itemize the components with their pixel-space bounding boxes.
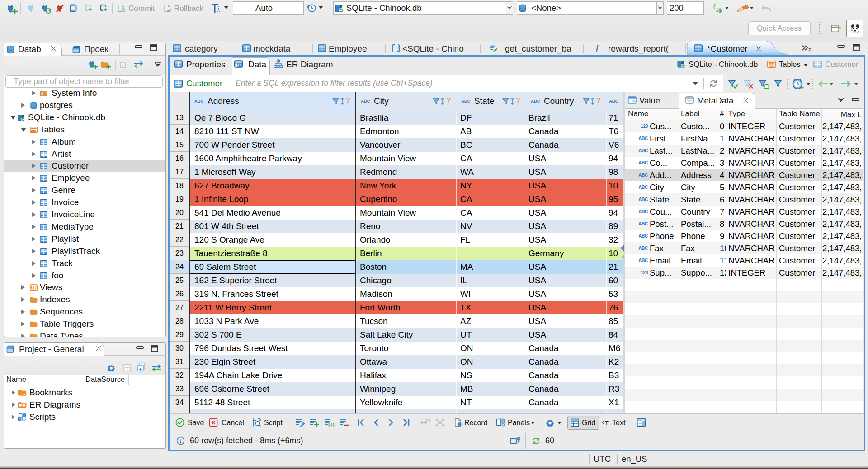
- svg-text:T: T: [605, 420, 609, 427]
- svg-text:5: 5: [808, 47, 811, 53]
- svg-text:(+): (+): [328, 422, 335, 427]
- svg-text:i: i: [458, 422, 460, 427]
